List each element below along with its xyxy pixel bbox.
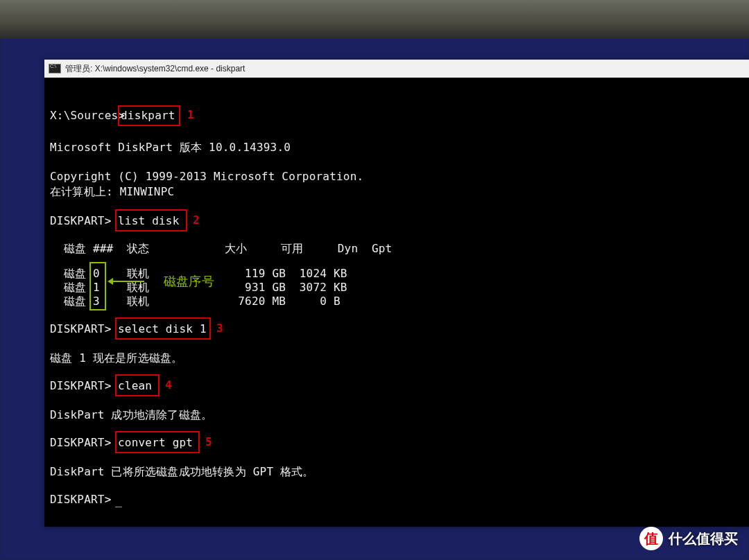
prompt-diskpart-5: DISKPART> bbox=[50, 435, 118, 450]
table-header: 磁盘 ### 状态 大小 可用 Dyn Gpt bbox=[50, 241, 392, 256]
watermark-badge-icon: 值 bbox=[639, 527, 663, 550]
cursor: _ bbox=[115, 493, 122, 509]
annotation-step-5: 5 bbox=[205, 435, 212, 450]
computer-line: 在计算机上: MINWINPC bbox=[50, 184, 174, 200]
window-titlebar[interactable]: 管理员: X:\windows\system32\cmd.exe - diskp… bbox=[44, 60, 749, 78]
prompt-diskpart-2: DISKPART> bbox=[50, 213, 118, 229]
annotation-step-4: 4 bbox=[165, 378, 172, 393]
prompt-diskpart-end: DISKPART> bbox=[50, 492, 118, 507]
table-row-2: 磁盘 3 联机 7620 MB 0 B bbox=[50, 294, 341, 309]
cmd-clean: clean bbox=[118, 378, 152, 394]
annotation-disk-number-label: 磁盘序号 bbox=[164, 274, 214, 289]
cmd-icon bbox=[49, 64, 61, 73]
annotation-step-3: 3 bbox=[216, 321, 223, 336]
terminal-body[interactable]: X:\Sources> diskpart Microsoft DiskPart … bbox=[44, 78, 749, 527]
result-convert: DiskPart 已将所选磁盘成功地转换为 GPT 格式。 bbox=[50, 464, 314, 480]
cmd-list-disk: list disk bbox=[118, 213, 180, 229]
watermark-text: 什么值得买 bbox=[669, 530, 738, 548]
result-clean: DiskPart 成功地清除了磁盘。 bbox=[50, 408, 212, 423]
prompt-sources: X:\Sources> bbox=[50, 108, 125, 123]
prompt-diskpart-4: DISKPART> bbox=[50, 378, 118, 394]
watermark: 值 什么值得买 bbox=[639, 527, 738, 550]
annotation-arrow bbox=[110, 281, 144, 282]
annotation-step-1: 1 bbox=[187, 107, 194, 123]
copyright-line: Copyright (C) 1999-2013 Microsoft Corpor… bbox=[50, 169, 363, 184]
version-line: Microsoft DiskPart 版本 10.0.14393.0 bbox=[50, 140, 291, 155]
watermark-badge-text: 值 bbox=[644, 530, 658, 548]
annotation-step-2: 2 bbox=[193, 213, 200, 228]
cmd-window: 管理员: X:\windows\system32\cmd.exe - diskp… bbox=[44, 60, 749, 527]
monitor-bezel bbox=[0, 0, 749, 39]
cmd-diskpart: diskpart bbox=[121, 108, 175, 123]
cmd-select-disk: select disk 1 bbox=[118, 322, 207, 337]
prompt-diskpart-3: DISKPART> bbox=[50, 322, 118, 337]
window-title: 管理员: X:\windows\system32\cmd.exe - diskp… bbox=[65, 63, 245, 75]
result-select: 磁盘 1 现在是所选磁盘。 bbox=[50, 351, 183, 366]
cmd-convert-gpt: convert gpt bbox=[118, 435, 193, 450]
